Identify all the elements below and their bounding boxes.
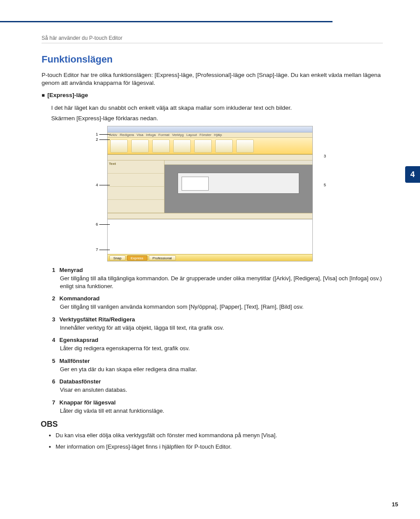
legend-num: 4 <box>52 337 55 343</box>
menu-item: Redigera <box>120 133 134 137</box>
property-sidebar: Text <box>108 160 164 213</box>
draw-edit-toolbar <box>108 154 312 160</box>
cmd-button <box>131 139 149 153</box>
legend-desc: Ger tillgång till vanligen använda komma… <box>60 303 383 311</box>
legend-title: Verktygsfältet Rita/Redigera <box>60 316 135 323</box>
legend-item: 7 Knappar för lägesval Låter dig växla t… <box>52 399 383 415</box>
legend-desc: Ger en yta där du kan skapa eller redige… <box>60 366 383 373</box>
express-heading: [Express]-läge <box>42 91 383 99</box>
legend-desc: Låter dig redigera egenskaperna för text… <box>60 345 383 352</box>
obs-heading: OBS <box>41 420 383 429</box>
legend-desc: Ger tillgång till alla tillgängliga komm… <box>60 275 383 290</box>
legend-desc: Innehåller verktyg för att välja objekt,… <box>60 324 383 332</box>
legend-item: 1 Menyrad Ger tillgång till alla tillgän… <box>52 267 383 290</box>
express-line2: Skärmen [Express]-läge förklaras nedan. <box>51 115 383 122</box>
mode-select-bar: Snap Express Professional <box>108 254 312 261</box>
cmd-button <box>110 139 128 153</box>
callout-4: 4 <box>96 183 98 187</box>
section-tab: 4 <box>405 166 420 183</box>
titlebar <box>108 126 312 132</box>
callout-2: 2 <box>96 137 98 142</box>
sidebar-pane <box>108 187 164 200</box>
callout-7: 7 <box>96 247 98 252</box>
mode-express: Express <box>127 255 147 261</box>
legend-title: Knappar för lägesval <box>60 399 116 406</box>
legend-title: Egenskapsrad <box>60 337 98 343</box>
legend-num: 1 <box>52 267 55 273</box>
sidebar-pane: Text <box>108 160 164 174</box>
menu-item: Layout <box>186 133 197 137</box>
legend-desc: Låter dig växla till ett annat funktions… <box>60 407 383 415</box>
legend-num: 2 <box>52 295 55 302</box>
legend-title: Databasfönster <box>60 378 101 385</box>
legend-num: 7 <box>52 399 55 406</box>
legend-num: 6 <box>52 378 55 385</box>
menu-item: Fönster <box>200 133 211 137</box>
obs-list: Du kan visa eller dölja olika verktygsfä… <box>49 432 383 450</box>
ruler <box>164 160 312 165</box>
workspace: Text <box>108 160 312 213</box>
app-window: Arkiv Redigera Visa Infoga Format Verkty… <box>107 126 313 261</box>
label-preview <box>178 173 299 194</box>
legend-title: Mallfönster <box>60 358 90 364</box>
running-header: Så här använder du P-touch Editor <box>42 35 383 43</box>
menu-item: Arkiv <box>109 133 117 137</box>
obs-note: Du kan visa eller dölja olika verktygsfä… <box>56 432 383 439</box>
legend-num: 3 <box>52 316 55 323</box>
mode-professional: Professional <box>149 255 176 261</box>
express-line1: I det här läget kan du snabbt och enkelt… <box>51 104 383 112</box>
menubar: Arkiv Redigera Visa Infoga Format Verkty… <box>108 132 312 138</box>
template-canvas <box>164 160 312 213</box>
menu-item: Format <box>158 133 169 137</box>
cmd-button <box>236 139 254 153</box>
legend-item: 4 Egenskapsrad Låter dig redigera egensk… <box>52 337 383 352</box>
legend-item: 2 Kommandorad Ger tillgång till vanligen… <box>52 295 383 311</box>
screenshot-figure: 1 2 3 4 5 6 7 Arkiv Redigera Visa Infoga… <box>98 126 343 261</box>
legend-list: 1 Menyrad Ger tillgång till alla tillgän… <box>52 267 383 415</box>
legend-desc: Visar en ansluten databas. <box>60 386 383 394</box>
callout-1: 1 <box>96 132 98 136</box>
legend-item: 6 Databasfönster Visar en ansluten datab… <box>52 378 383 394</box>
legend-num: 5 <box>52 358 55 364</box>
obs-note: Mer information om [Express]-läget finns… <box>56 443 383 451</box>
legend-item: 5 Mallfönster Ger en yta där du kan skap… <box>52 358 383 373</box>
intro-paragraph: P-touch Editor har tre olika funktionslä… <box>42 71 383 87</box>
callout-5: 5 <box>324 183 326 187</box>
page-number: 15 <box>392 501 398 508</box>
menu-item: Infoga <box>146 133 156 137</box>
database-window <box>108 219 312 254</box>
callout-3: 3 <box>324 154 326 158</box>
cmd-button <box>194 139 212 153</box>
bottom-toolbar <box>108 213 312 219</box>
legend-title: Menyrad <box>60 267 83 273</box>
page-title: Funktionslägen <box>42 54 383 65</box>
cmd-button <box>173 139 191 153</box>
command-bar <box>108 138 312 154</box>
cmd-button <box>215 139 233 153</box>
legend-item: 3 Verktygsfältet Rita/Redigera Innehålle… <box>52 316 383 332</box>
menu-item: Visa <box>136 133 143 137</box>
cmd-button <box>152 139 170 153</box>
page-content: Så här använder du P-touch Editor Funkti… <box>42 35 383 454</box>
callout-6: 6 <box>96 222 98 226</box>
sidebar-pane <box>108 174 164 187</box>
menu-item: Verktyg <box>172 133 184 137</box>
header-rule <box>0 21 332 22</box>
legend-title: Kommandorad <box>60 295 100 302</box>
menu-item: Hjälp <box>214 133 222 137</box>
sidebar-pane <box>108 200 164 213</box>
express-heading-text: [Express]-läge <box>47 92 88 98</box>
mode-snap: Snap <box>109 255 126 261</box>
